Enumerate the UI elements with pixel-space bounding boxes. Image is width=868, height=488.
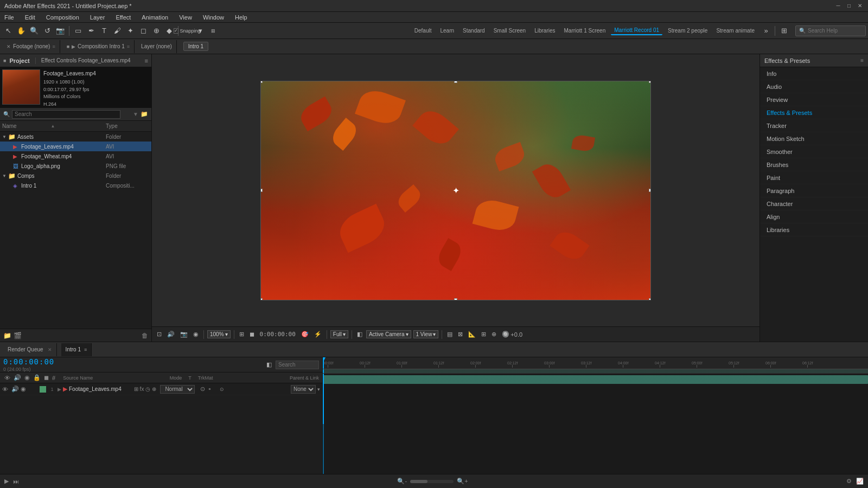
show-snapshot-btn[interactable]: ◉	[192, 331, 200, 338]
tl-layer-name[interactable]: Footage_Leaves.mp4	[69, 386, 132, 392]
tl-motion-blur-icon[interactable]: ◷	[145, 386, 150, 392]
comp-tab-expand[interactable]: ≡	[127, 44, 130, 49]
hand-tool[interactable]: ✋	[15, 25, 27, 37]
tl-settings-btn[interactable]: ⚙	[845, 478, 853, 485]
tree-assets-folder[interactable]: ▼ 📁 Assets Folder	[0, 132, 151, 142]
tl-frame-advance[interactable]: ⏭	[12, 478, 20, 485]
project-search-input[interactable]	[12, 110, 120, 119]
tl-fx-toggle[interactable]: ∘	[208, 386, 212, 393]
handle-mr[interactable]	[649, 189, 651, 192]
tl-zoom-in[interactable]: 🔍+	[456, 478, 469, 485]
puppet-tool[interactable]: ⊕	[150, 25, 162, 37]
clone-tool[interactable]: ✦	[124, 25, 136, 37]
tl-zoom-slider[interactable]	[410, 480, 454, 483]
effects-paragraph[interactable]: Paragraph	[760, 184, 868, 197]
tl-graph-btn[interactable]: 📈	[855, 478, 865, 485]
tl-current-time[interactable]: 0:00:00:00	[3, 357, 54, 367]
effects-panel-menu[interactable]: ≡	[860, 57, 864, 63]
mask-btn[interactable]: ◼	[248, 331, 256, 338]
effects-align[interactable]: Align	[760, 210, 868, 223]
effects-info[interactable]: Info	[760, 67, 868, 80]
grid-btn[interactable]: ⊞	[238, 331, 246, 338]
menu-window[interactable]: Window	[201, 14, 226, 21]
handle-tr[interactable]	[649, 81, 651, 83]
tl-fx-icon[interactable]: fx	[140, 386, 144, 392]
effects-and-presets[interactable]: Effects & Presets	[760, 106, 868, 119]
effects-smoother[interactable]: Smoother	[760, 145, 868, 158]
effects-audio[interactable]: Audio	[760, 80, 868, 93]
zoom-tool[interactable]: 🔍	[28, 25, 40, 37]
menu-help[interactable]: Help	[233, 14, 250, 21]
audio-btn[interactable]: 🔊	[165, 331, 176, 338]
tl-search-input[interactable]	[276, 361, 319, 369]
rotate-tool[interactable]: ↺	[41, 25, 53, 37]
handle-tl[interactable]	[260, 81, 263, 83]
menu-layer[interactable]: Layer	[88, 14, 107, 21]
tl-toggle-btn[interactable]: ◧	[265, 361, 273, 368]
close-button[interactable]: ✕	[856, 2, 864, 10]
tl-parent-select[interactable]: None	[291, 385, 316, 394]
handle-br[interactable]	[649, 298, 651, 300]
ws-marriottrecord[interactable]: Marriott Record 01	[611, 26, 662, 35]
menu-animation[interactable]: Animation	[139, 14, 170, 21]
menu-file[interactable]: File	[2, 14, 16, 21]
effects-paint[interactable]: Paint	[760, 171, 868, 184]
effects-tracker[interactable]: Tracker	[760, 119, 868, 132]
grid-toggle-btn[interactable]: ⊠	[456, 331, 464, 338]
tl-layer-1-bar[interactable]	[323, 375, 868, 384]
render-region-btn[interactable]: ▤	[445, 331, 454, 338]
effects-libraries[interactable]: Libraries	[760, 223, 868, 236]
ws-marriott1[interactable]: Marriott 1 Screen	[561, 27, 609, 35]
project-sort-btn[interactable]: ▼	[133, 111, 138, 117]
menu-composition[interactable]: Composition	[44, 14, 81, 21]
comp-panel-tab[interactable]: ■ ▶ Composition Intro 1 ≡	[62, 40, 135, 53]
zoom-dropdown[interactable]: 100% ▾	[207, 330, 231, 338]
tree-footage-leaves[interactable]: ▶ Footage_Leaves.mp4 AVI	[0, 142, 151, 151]
unified-camera[interactable]: 📷	[54, 25, 66, 37]
ws-streamanimate[interactable]: Stream animate	[713, 27, 758, 35]
ws-smallscreen[interactable]: Small Screen	[490, 27, 529, 35]
camera-dropdown[interactable]: Active Camera ▾	[366, 330, 411, 338]
footage-close-icon[interactable]: ✕	[7, 44, 11, 49]
search-input[interactable]	[808, 28, 862, 34]
effects-motion-sketch[interactable]: Motion Sketch	[760, 132, 868, 145]
tree-footage-wheat[interactable]: ▶ Footage_Wheat.mp4 AVI	[0, 151, 151, 161]
effects-brushes[interactable]: Brushes	[760, 158, 868, 171]
tl-3d-icon[interactable]: ⊞	[134, 386, 138, 392]
tl-play-btn[interactable]: ▶	[3, 478, 10, 485]
handle-ml[interactable]	[260, 189, 263, 192]
tree-logo-alpha[interactable]: 🖼 Logo_alpha.png PNG file	[0, 161, 151, 171]
pen-tool[interactable]: ✒	[85, 25, 97, 37]
footage-panel-tab[interactable]: ✕ Footage (none) ≡	[2, 40, 60, 53]
menu-effect[interactable]: Effect	[113, 14, 133, 21]
create-comp-btn[interactable]: 🎬	[14, 332, 22, 339]
comp-layers-btn[interactable]: ◧	[355, 331, 364, 338]
render-queue-tab[interactable]: Render Queue ✕	[3, 343, 57, 356]
ws-libraries[interactable]: Libraries	[531, 27, 558, 35]
fast-preview-btn[interactable]: ⚡	[312, 331, 323, 338]
create-folder-btn[interactable]: 📁	[3, 332, 11, 339]
tree-comps-folder[interactable]: ▼ 📁 Comps Folder	[0, 171, 151, 181]
ws-default[interactable]: Default	[411, 27, 435, 35]
quality-dropdown[interactable]: Full ▾	[330, 330, 348, 338]
menu-edit[interactable]: Edit	[23, 14, 37, 21]
ws-learn[interactable]: Learn	[437, 27, 458, 35]
ws-standard[interactable]: Standard	[459, 27, 488, 35]
snapshot-btn[interactable]: 📷	[178, 331, 189, 338]
rect-tool[interactable]: ▭	[72, 25, 84, 37]
handle-bc[interactable]	[454, 298, 457, 300]
effects-preview[interactable]: Preview	[760, 93, 868, 106]
footage-tab-expand[interactable]: ≡	[52, 44, 55, 49]
tl-expand-btn[interactable]: ▶	[58, 387, 61, 392]
more-workspaces[interactable]: »	[760, 25, 772, 37]
render-queue-close[interactable]: ✕	[48, 347, 52, 352]
tl-parent-arrow[interactable]: ▾	[317, 387, 320, 392]
text-tool[interactable]: T	[98, 25, 110, 37]
comp-subtab[interactable]: Intro 1	[183, 42, 208, 51]
handle-tc[interactable]	[454, 81, 457, 83]
maximize-button[interactable]: □	[845, 2, 853, 10]
minimize-button[interactable]: ─	[834, 2, 842, 10]
tl-mode-select[interactable]: Normal Multiply Screen	[160, 385, 195, 394]
layer-panel-tab[interactable]: Layer (none)	[137, 40, 177, 53]
always-preview-btn[interactable]: ⊡	[155, 331, 163, 338]
